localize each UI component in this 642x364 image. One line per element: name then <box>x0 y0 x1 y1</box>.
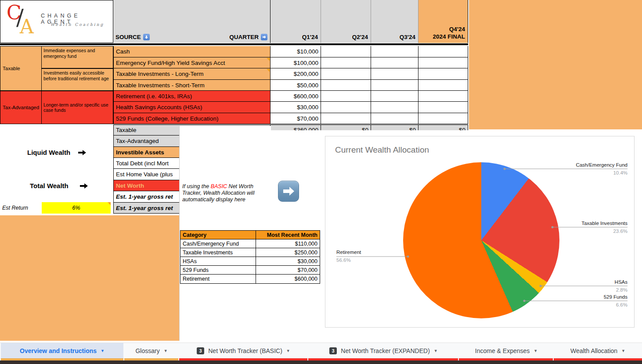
value-taxst-q4[interactable] <box>418 80 468 91</box>
value-emergency-q3[interactable] <box>371 57 418 68</box>
tab-income-expenses[interactable]: Income & Expenses▼ <box>459 343 554 358</box>
header-q4-line2: 2024 FINAL <box>433 33 465 40</box>
mini-header-category[interactable]: Category <box>180 231 256 239</box>
source-cell-taxable-short-term[interactable]: Taxable Investments - Short-Term <box>113 80 271 91</box>
source-cell-529-funds[interactable]: 529 Funds (College, Higher Education) <box>113 113 271 124</box>
value-taxst-q2[interactable] <box>321 80 371 91</box>
orange-region-bottom-left <box>0 215 179 341</box>
tab-wealth-allocation[interactable]: Wealth Allocation▼ <box>554 343 642 358</box>
value-2-q1-text: $200,000 <box>294 71 318 77</box>
tab-glossary[interactable]: Glossary▼ <box>124 343 179 358</box>
mini-529-value[interactable]: $70,000 <box>256 266 320 275</box>
value-0-q1-text: $10,000 <box>297 48 318 55</box>
value-retirement-q4[interactable] <box>418 91 468 102</box>
source-cell-taxable-long-term[interactable]: Taxable Investments - Long-Term <box>113 68 271 80</box>
description-investments-accessible[interactable]: Investments easily accessible before tra… <box>42 68 113 91</box>
mini-hsa-value[interactable]: $30,000 <box>256 257 320 266</box>
value-6-q1-text: $70,000 <box>297 115 318 122</box>
value-cash-q4[interactable] <box>418 46 468 57</box>
logo-monogram: C / A <box>7 4 37 40</box>
orange-region-top-right <box>469 0 642 129</box>
value-cash-q3[interactable] <box>371 46 418 57</box>
value-taxst-q3[interactable] <box>371 80 418 91</box>
value-taxlt-q3[interactable] <box>371 68 418 80</box>
overlay-right-arrow-button[interactable] <box>278 181 299 202</box>
tab-expanded-label: Net Worth Tracker (EXPANDED) <box>341 347 430 354</box>
source-cell-emergency-fund[interactable]: Emergency Fund/High Yield Savings Acct <box>113 57 271 68</box>
value-taxlt-q4[interactable] <box>418 68 468 80</box>
note-highlight: BASIC <box>211 183 227 189</box>
header-q1-label: Q1'24 <box>302 34 318 40</box>
header-q3[interactable]: Q3'24 <box>371 0 418 43</box>
mini-cash-text: Cash/Emergency Fund <box>183 241 239 247</box>
category-taxable-label: Taxable <box>3 66 20 71</box>
description-immediate-expenses[interactable]: Immediate expenses and emergency fund <box>42 46 113 68</box>
mini-row-taxable: Taxable Investments $250,000 <box>180 248 320 257</box>
mini-taxable-value[interactable]: $250,000 <box>256 248 320 257</box>
value-hsa-q2[interactable] <box>321 102 371 113</box>
value-cash-q1[interactable]: $10,000 <box>271 46 321 57</box>
mini-row-retirement: Retirement $600,000 <box>180 275 320 283</box>
source-quarter-header-cell[interactable]: SOURCE QUARTER <box>113 0 271 43</box>
category-taxable-cell[interactable]: Taxable <box>0 46 42 91</box>
mini-hsa-label[interactable]: HSAs <box>180 257 256 266</box>
mini-cash-label[interactable]: Cash/Emergency Fund <box>180 239 256 248</box>
header-q1[interactable]: Q1'24 <box>271 0 321 43</box>
tab-net-worth-tracker-basic[interactable]: 3 Net Worth Tracker (BASIC)▼ <box>179 343 308 358</box>
mini-retirement-label[interactable]: Retirement <box>180 275 256 283</box>
tab-wealth-allocation-caret-icon[interactable]: ▼ <box>621 349 625 353</box>
value-taxlt-q2[interactable] <box>321 68 371 80</box>
tab-overview-caret-icon[interactable]: ▼ <box>101 349 105 353</box>
value-taxlt-q1[interactable]: $200,000 <box>271 68 321 80</box>
value-retirement-q2[interactable] <box>321 91 371 102</box>
tab-income-caret-icon[interactable]: ▼ <box>534 349 537 353</box>
mini-retirement-value[interactable]: $600,000 <box>256 275 320 283</box>
mini-cash-value[interactable]: $110,000 <box>256 239 320 248</box>
tab-glossary-caret-icon[interactable]: ▼ <box>164 349 168 353</box>
value-emergency-q4[interactable] <box>418 57 468 68</box>
value-hsa-q3[interactable] <box>371 102 418 113</box>
value-retirement-q1[interactable]: $600,000 <box>271 91 321 102</box>
value-emergency-q2[interactable] <box>321 57 371 68</box>
est-return-cell[interactable]: 6% <box>42 202 111 214</box>
tab-net-worth-tracker-expanded[interactable]: 3 Net Worth Tracker (EXPANDED)▼ <box>308 343 459 358</box>
mini-529-label[interactable]: 529 Funds <box>180 266 256 275</box>
header-q2[interactable]: Q2'24 <box>321 0 371 43</box>
tab-basic-caret-icon[interactable]: ▼ <box>286 349 290 353</box>
header-q4[interactable]: Q4'24 2024 FINAL <box>418 0 468 43</box>
header-q4-line1: Q4'24 <box>449 25 465 33</box>
tab-expanded-caret-icon[interactable]: ▼ <box>434 349 438 353</box>
mini-hsa-amount: $30,000 <box>298 258 317 264</box>
value-529-q4[interactable] <box>418 113 468 124</box>
total-wealth-label: Total Wealth <box>30 182 69 189</box>
source-cell-cash[interactable]: Cash <box>113 46 271 57</box>
summary-0-text: Taxable <box>116 127 137 133</box>
mini-header-most-recent[interactable]: Most Recent Month <box>256 231 320 239</box>
value-emergency-q1[interactable]: $100,000 <box>271 57 321 68</box>
liquid-wealth-text: Liquid Wealth <box>27 149 70 156</box>
value-hsa-q1[interactable]: $30,000 <box>271 102 321 113</box>
tab-basic-label: Net Worth Tracker (BASIC) <box>208 347 282 354</box>
description-longer-term[interactable]: Longer-term and/or specific use case fun… <box>42 91 113 124</box>
value-529-q1[interactable]: $70,000 <box>271 113 321 124</box>
mini-taxable-label[interactable]: Taxable Investments <box>180 248 256 257</box>
value-hsa-q4[interactable] <box>418 102 468 113</box>
total-wealth-arrow-icon <box>80 183 88 189</box>
mini-header-most-recent-text: Most Recent Month <box>267 232 317 238</box>
value-retirement-q3[interactable] <box>371 91 418 102</box>
tab-expanded-badge: 3 <box>329 347 337 354</box>
tab-overview-and-instructions[interactable]: Overview and Instructions▼ <box>1 343 123 358</box>
value-529-q2[interactable] <box>321 113 371 124</box>
description-1-text: Investments easily accessible before tra… <box>43 70 109 81</box>
value-529-q3[interactable] <box>371 113 418 124</box>
tab-overview-label: Overview and Instructions <box>20 347 97 354</box>
value-cash-q2[interactable] <box>321 46 371 57</box>
category-tax-advantaged-cell[interactable]: Tax-Advantaged <box>0 91 42 124</box>
logo-subtitle: Wealth Coaching <box>50 22 104 27</box>
value-taxst-q1[interactable]: $50,000 <box>271 80 321 91</box>
value-3-q1-text: $50,000 <box>297 82 318 89</box>
summary-5-text: Net Worth <box>116 182 144 189</box>
wealth-allocation-chart-panel[interactable]: Current Wealth Allocation Cash/Emergency… <box>325 136 635 328</box>
source-cell-hsa[interactable]: Health Savings Accounts (HSAs) <box>113 102 271 113</box>
source-cell-retirement[interactable]: Retirement (i.e. 401ks, IRAs) <box>113 91 271 102</box>
